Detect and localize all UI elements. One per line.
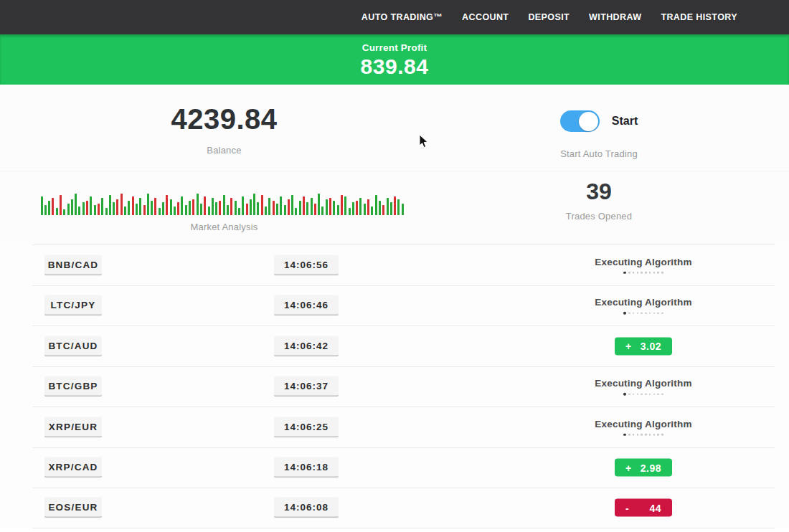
pair-badge[interactable]: XRP/EUR	[44, 417, 102, 437]
market-bar	[60, 195, 62, 215]
market-bar	[78, 206, 80, 215]
loading-dot	[633, 272, 635, 274]
balance-block: 4239.84 Balance	[0, 85, 448, 171]
market-bar	[367, 199, 369, 215]
market-bar	[268, 198, 270, 215]
table-row: BTC/GBP 14:06:37 Executing Algorithm	[32, 366, 775, 407]
market-bar	[246, 204, 248, 215]
market-bar	[349, 208, 351, 215]
market-bar	[121, 194, 123, 215]
market-analysis-block: Market Analysis	[0, 171, 448, 244]
market-bar	[132, 196, 134, 215]
time-badge[interactable]: 14:06:25	[274, 417, 339, 437]
time-badge[interactable]: 14:06:37	[274, 376, 339, 397]
time-badge[interactable]: 14:06:46	[274, 295, 339, 316]
loading-dot	[641, 393, 643, 395]
time-badge[interactable]: 14:06:56	[274, 255, 339, 275]
market-bar	[139, 198, 141, 215]
loading-dot	[623, 433, 626, 436]
time-badge[interactable]: 14:06:42	[274, 336, 339, 356]
market-bar	[52, 198, 54, 215]
trades-table: BNB/CAD 14:06:56 Executing Algorithm LTC…	[0, 244, 789, 528]
loading-dot	[623, 393, 626, 396]
loading-dot	[628, 272, 630, 274]
loading-dot	[649, 312, 651, 314]
market-bar	[75, 194, 77, 215]
pair-badge[interactable]: BTC/GBP	[44, 376, 102, 397]
market-bar	[344, 196, 346, 215]
nav-item-withdraw[interactable]: WITHDRAW	[589, 12, 641, 22]
market-bar	[147, 194, 149, 215]
pair-badge[interactable]: EOS/EUR	[44, 498, 102, 518]
market-bar	[390, 202, 392, 215]
pair-badge[interactable]: XRP/CAD	[44, 457, 102, 478]
market-bar	[387, 198, 389, 215]
loading-dot	[628, 434, 630, 436]
market-bar	[113, 202, 115, 215]
market-bar	[295, 208, 297, 215]
market-bar	[379, 201, 381, 215]
market-bar	[86, 201, 88, 215]
time-badge[interactable]: 14:06:08	[274, 498, 339, 518]
market-bar	[177, 202, 179, 215]
market-bar	[56, 208, 58, 215]
market-bar	[235, 201, 237, 215]
loss-badge: -44	[615, 499, 672, 517]
market-bar	[212, 198, 214, 215]
loading-dot	[649, 434, 651, 436]
loading-dot	[645, 272, 647, 274]
loading-dot	[641, 434, 643, 436]
loading-dot	[661, 312, 663, 314]
loading-dot	[628, 312, 630, 314]
market-bar	[273, 201, 275, 215]
market-bar	[48, 201, 50, 215]
market-bar	[109, 195, 111, 215]
loading-dot	[637, 434, 639, 436]
market-bar	[341, 195, 343, 215]
market-bar	[192, 199, 194, 215]
top-nav: AUTO TRADING™ACCOUNTDEPOSITWITHDRAWTRADE…	[0, 0, 789, 34]
market-bar	[257, 202, 259, 215]
market-bar	[276, 204, 278, 215]
auto-trading-block: Start Start Auto Trading	[448, 85, 750, 171]
nav-item-trade-history[interactable]: TRADE HISTORY	[661, 12, 737, 22]
market-bar	[154, 198, 156, 215]
market-bar	[284, 205, 286, 215]
table-row: EOS/EUR 14:06:08 -44	[32, 488, 775, 528]
loading-dot	[649, 272, 651, 274]
market-bar	[382, 205, 384, 215]
market-bar	[375, 195, 377, 215]
loading-dot	[657, 434, 659, 436]
market-bar	[291, 195, 293, 215]
market-bar	[128, 201, 130, 215]
loading-dot	[637, 393, 639, 395]
loading-dot	[633, 434, 635, 436]
profit-badge: +3.02	[615, 337, 672, 355]
nav-item-account[interactable]: ACCOUNT	[462, 12, 509, 22]
executing-algorithm-label: Executing Algorithm	[595, 418, 691, 429]
loading-dot	[633, 312, 635, 314]
pair-badge[interactable]: LTC/JPY	[44, 295, 102, 316]
time-badge[interactable]: 14:06:18	[274, 457, 339, 478]
market-bar	[204, 196, 206, 215]
market-bar	[189, 201, 191, 215]
loading-dot	[657, 272, 659, 274]
nav-item-auto-trading[interactable]: AUTO TRADING™	[362, 12, 443, 22]
pl-sign: +	[625, 462, 632, 473]
start-auto-trading-toggle[interactable]	[560, 110, 600, 132]
executing-algorithm-label: Executing Algorithm	[595, 297, 691, 308]
loading-dot	[641, 272, 643, 274]
nav-item-deposit[interactable]: DEPOSIT	[528, 12, 570, 22]
loading-dot	[649, 393, 651, 395]
market-bar	[71, 199, 73, 215]
market-bar	[371, 206, 373, 215]
market-bar	[44, 205, 47, 215]
market-bar	[116, 199, 118, 215]
market-bar	[90, 196, 92, 215]
market-bar	[352, 202, 354, 215]
loading-dot	[633, 393, 635, 395]
market-bar	[261, 195, 263, 215]
table-row: LTC/JPY 14:06:46 Executing Algorithm	[32, 285, 775, 326]
pair-badge[interactable]: BNB/CAD	[44, 255, 102, 275]
pair-badge[interactable]: BTC/AUD	[44, 336, 102, 356]
